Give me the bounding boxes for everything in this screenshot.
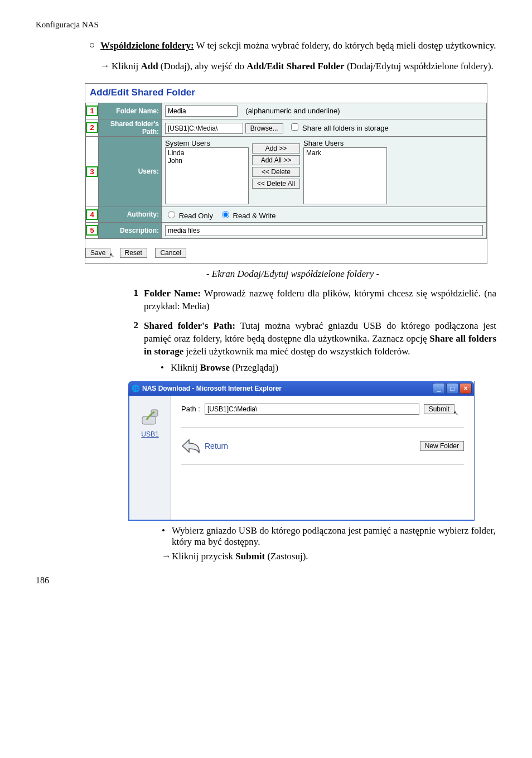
- marker-2: 2: [86, 122, 98, 133]
- click-add-line: Kliknij Add (Dodaj), aby wejść do Add/Ed…: [112, 60, 496, 73]
- path-field[interactable]: [205, 404, 419, 415]
- shared-folders-text: W tej sekcji można wybrać foldery, do kt…: [194, 40, 496, 51]
- list-item[interactable]: Mark: [306, 149, 384, 157]
- arrow-icon: →: [100, 60, 112, 73]
- shared-folders-paragraph: ○ Współdzielone foldery: W tej sekcji mo…: [89, 40, 496, 52]
- share-users-title: Share Users: [303, 139, 387, 147]
- shared-folders-heading: Współdzielone foldery:: [100, 40, 194, 51]
- add-edit-shared-folder-panel: Add/Edit Shared Folder 1 Folder Name: (a…: [85, 83, 487, 264]
- breadcrumb: Konfiguracja NAS: [36, 20, 496, 30]
- folder-name-label: Folder Name:: [99, 103, 162, 119]
- usb-icon[interactable]: [138, 405, 162, 428]
- page-number: 186: [36, 575, 496, 586]
- usb-label[interactable]: USB1: [129, 430, 171, 438]
- system-users-title: System Users: [165, 139, 249, 147]
- add-all-button[interactable]: Add All >>: [252, 155, 300, 165]
- delete-all-button[interactable]: << Delete All: [252, 179, 300, 189]
- path-input[interactable]: [165, 123, 243, 134]
- authority-label: Authority:: [99, 207, 162, 222]
- bullet-circle-icon: ○: [89, 40, 100, 52]
- panel-title: Add/Edit Shared Folder: [85, 84, 487, 103]
- click-browse-line: Kliknij Browse (Przeglądaj): [171, 362, 496, 375]
- new-folder-button[interactable]: New Folder: [420, 441, 464, 451]
- window-title: NAS Download - Microsoft Internet Explor…: [142, 385, 282, 392]
- numbered-item-1: 1 Folder Name: Wprowadź nazwę folderu dl…: [123, 287, 496, 313]
- bullet-dot-icon: •: [161, 362, 171, 375]
- share-users-list[interactable]: Mark: [303, 147, 387, 204]
- after-fig2-arrow: → Kliknij przycisk Submit (Zastosuj).: [162, 551, 496, 562]
- save-button[interactable]: Save: [85, 248, 110, 258]
- users-label: Users:: [99, 136, 162, 207]
- delete-user-button[interactable]: << Delete: [252, 167, 300, 177]
- ie-icon: 🌐: [132, 385, 140, 392]
- share-all-checkbox[interactable]: [291, 123, 298, 131]
- list-item[interactable]: John: [168, 157, 246, 165]
- path-label: Path :: [181, 405, 200, 413]
- system-users-list[interactable]: Linda John: [165, 147, 249, 204]
- return-link[interactable]: Return: [181, 438, 228, 454]
- submit-button[interactable]: Submit: [424, 404, 454, 414]
- minimize-icon[interactable]: _: [433, 383, 445, 394]
- marker-3: 3: [86, 166, 98, 177]
- numbered-item-2: 2 Shared folder's Path: Tutaj można wybr…: [123, 320, 496, 375]
- after-fig2-bullet: • Wybierz gniazdo USB do którego podłącz…: [162, 525, 496, 548]
- list-item[interactable]: Linda: [168, 149, 246, 157]
- folder-name-input[interactable]: [165, 105, 238, 117]
- arrow-icon: →: [162, 551, 172, 562]
- browse-button[interactable]: Browse...: [245, 123, 283, 133]
- sidebar: USB1: [129, 396, 171, 520]
- description-label: Description:: [99, 222, 162, 238]
- back-arrow-icon: [181, 438, 201, 454]
- share-all-label: Share all folders in storage: [302, 124, 389, 132]
- folder-name-hint: (alphanumeric and underline): [245, 107, 340, 115]
- read-only-option[interactable]: Read Only: [165, 212, 213, 220]
- reset-button[interactable]: Reset: [120, 248, 147, 258]
- marker-4: 4: [86, 209, 98, 220]
- add-user-button[interactable]: Add >>: [252, 143, 300, 153]
- description-input[interactable]: [165, 225, 483, 236]
- bullet-dot-icon: •: [162, 525, 172, 548]
- window-titlebar: 🌐 NAS Download - Microsoft Internet Expl…: [128, 381, 474, 396]
- read-write-option[interactable]: Read & Write: [219, 212, 276, 220]
- close-icon[interactable]: ×: [460, 383, 472, 394]
- path-label: Shared folder's Path:: [99, 119, 162, 136]
- figure1-caption: - Ekran Dodaj/Edytuj współdzielone folde…: [89, 268, 496, 280]
- cancel-button[interactable]: Cancel: [155, 248, 186, 258]
- cursor-icon: ↖: [453, 410, 458, 417]
- maximize-icon[interactable]: □: [446, 383, 458, 394]
- marker-5: 5: [86, 225, 98, 236]
- cursor-icon: ↖: [109, 252, 114, 258]
- marker-1: 1: [86, 105, 98, 116]
- browse-window: 🌐 NAS Download - Microsoft Internet Expl…: [128, 381, 475, 521]
